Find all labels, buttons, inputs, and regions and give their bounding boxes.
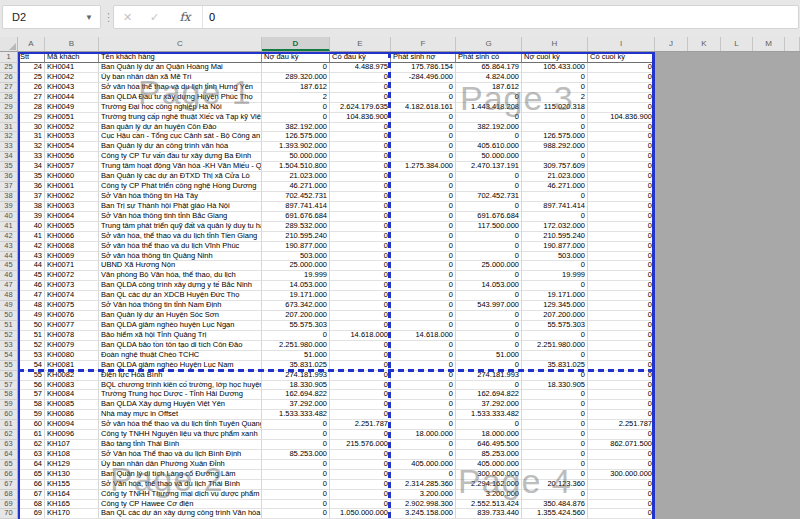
cell-value[interactable]: 0	[522, 390, 588, 400]
cell-value[interactable]: 0	[588, 430, 655, 440]
cell-value[interactable]: 0	[456, 202, 522, 212]
cell-name[interactable]: Ban Quản lý dự án công trình văn hóa	[99, 142, 262, 152]
cell-value[interactable]: 0	[391, 470, 456, 480]
cell-code[interactable]: KH0041	[45, 63, 99, 73]
cell-code[interactable]: KH0044	[45, 93, 99, 103]
row-header[interactable]: 67	[0, 480, 18, 490]
cell-name[interactable]: Ủy ban nhân dân Phường Xuân Đỉnh	[99, 460, 262, 470]
cell-value[interactable]: 503.000	[262, 252, 330, 262]
cell-code[interactable]: KH0057	[45, 162, 99, 172]
cell-value[interactable]: 25.000.000	[456, 261, 522, 271]
cell-value[interactable]: 0	[330, 232, 391, 242]
cell-value[interactable]: 405.610.000	[456, 142, 522, 152]
cell-value[interactable]: 0	[588, 123, 655, 133]
cell-value[interactable]: 0	[330, 202, 391, 212]
cell-code[interactable]: KH0072	[45, 271, 99, 281]
cell-stt[interactable]: 56	[18, 381, 45, 391]
cell-value[interactable]: 0	[330, 93, 391, 103]
cell-value[interactable]: 19.171.000	[262, 291, 330, 301]
row-header[interactable]: 55	[0, 361, 18, 371]
cell-value[interactable]: 1.050.000.000	[330, 509, 391, 519]
cell-name[interactable]: Trường trung cấp nghệ thuật Xiếc và Tạp …	[99, 113, 262, 123]
cell-value[interactable]: 0	[588, 291, 655, 301]
row-header[interactable]: 70	[0, 509, 18, 519]
cell-value[interactable]: 0	[391, 222, 456, 232]
cell-value[interactable]: 0	[391, 142, 456, 152]
cell-value[interactable]: 0	[330, 301, 391, 311]
cell-code[interactable]: KH170	[45, 509, 99, 519]
cell-value[interactable]: 0	[588, 63, 655, 73]
cell-value[interactable]: 0	[456, 252, 522, 262]
name-box[interactable]: D2 ▼	[2, 5, 101, 29]
cell-stt[interactable]: 37	[18, 192, 45, 202]
column-header-c[interactable]: C	[99, 37, 262, 51]
cell-value[interactable]: 0	[588, 192, 655, 202]
cell-stt[interactable]: 51	[18, 331, 45, 341]
cell-value[interactable]: 0	[522, 261, 588, 271]
cell-stt[interactable]: 60	[18, 420, 45, 430]
cell-name[interactable]: Ủy ban nhân dân xã Mễ Trì	[99, 73, 262, 83]
column-header-b[interactable]: B	[45, 37, 99, 51]
cell-code[interactable]: KH0061	[45, 182, 99, 192]
cell-value[interactable]: 3.200.000	[456, 490, 522, 500]
cell-value[interactable]: 0	[588, 460, 655, 470]
cell-name[interactable]: Sở Văn hóa, thể thao và du lịch Thái Bìn…	[99, 480, 262, 490]
column-header-e[interactable]: E	[330, 37, 391, 51]
cell-name[interactable]: Trung tâm phát triển quỹ đất và quản lý …	[99, 222, 262, 232]
cell-value[interactable]: 405.000.000	[456, 460, 522, 470]
cell-stt[interactable]: 26	[18, 83, 45, 93]
cell-value[interactable]: 215.576.000	[330, 440, 391, 450]
row-header[interactable]: 52	[0, 331, 18, 341]
cancel-icon[interactable]: ✕	[114, 11, 141, 24]
cell-name[interactable]: Ban Trị sự Thành hội Phật giáo Hà Nội	[99, 202, 262, 212]
cell-value[interactable]: 0	[330, 351, 391, 361]
cell-value[interactable]: 0	[330, 182, 391, 192]
cell-value[interactable]: 0	[262, 470, 330, 480]
cell-value[interactable]: 14.053.000	[262, 281, 330, 291]
cell-value[interactable]: 0	[588, 172, 655, 182]
cell-value[interactable]: 405.000.000	[391, 460, 456, 470]
cell-name[interactable]: Ban QL các dự án XDCB Huyện Đức Thọ	[99, 291, 262, 301]
cell-value[interactable]: 0	[456, 113, 522, 123]
column-header-g[interactable]: G	[456, 37, 522, 51]
cell-code[interactable]: KH0043	[45, 83, 99, 93]
row-header[interactable]: 68	[0, 490, 18, 500]
row-header[interactable]: 63	[0, 440, 18, 450]
print-area-border-right[interactable]	[652, 52, 655, 519]
cell-value[interactable]: 19.171.000	[522, 291, 588, 301]
cell-name[interactable]: Văn phòng Bộ Văn hóa, thể thao, du lịch	[99, 271, 262, 281]
row-header[interactable]: 35	[0, 162, 18, 172]
cell-value[interactable]: 274.181.993	[456, 371, 522, 381]
cell-value[interactable]: 0	[522, 83, 588, 93]
cell-value[interactable]: 0	[588, 232, 655, 242]
cell-value[interactable]: 0	[330, 172, 391, 182]
cell-name[interactable]: Sở văn hóa thể thao và du lịch tỉnh Tuyê…	[99, 420, 262, 430]
cell-value[interactable]: 0	[588, 331, 655, 341]
cell-value[interactable]: 0	[391, 261, 456, 271]
cell-code[interactable]: KH0086	[45, 410, 99, 420]
cell-value[interactable]: 691.676.684	[456, 212, 522, 222]
cell-value[interactable]: 0	[330, 450, 391, 460]
cell-value[interactable]: 104.836.900	[588, 113, 655, 123]
cell-value[interactable]: 0	[588, 103, 655, 113]
cell-value[interactable]: 1.504.510.800	[262, 162, 330, 172]
cell-stt[interactable]: 34	[18, 162, 45, 172]
cell-value[interactable]: 0	[522, 400, 588, 410]
cell-value[interactable]: 0	[391, 311, 456, 321]
row-header[interactable]: 1	[0, 52, 18, 63]
cell-value[interactable]: 503.000	[522, 252, 588, 262]
cell-name[interactable]: Trung tâm hoạt động Văn hóa -KH Văn Miếu…	[99, 162, 262, 172]
cell-value[interactable]: 0	[330, 390, 391, 400]
cell-value[interactable]: 0	[330, 73, 391, 83]
row-header[interactable]: 30	[0, 113, 18, 123]
cell-stt[interactable]: 28	[18, 103, 45, 113]
cell-code[interactable]: KH0054	[45, 142, 99, 152]
cell-value[interactable]: 2.624.179.635	[330, 103, 391, 113]
cell-value[interactable]: 0	[588, 371, 655, 381]
cell-value[interactable]: 0	[522, 351, 588, 361]
cell-code[interactable]: KH0042	[45, 73, 99, 83]
cell-value[interactable]: 839.733.440	[456, 509, 522, 519]
cell-value[interactable]: 0	[522, 281, 588, 291]
cell-value[interactable]: 0	[330, 222, 391, 232]
cell-value[interactable]: 0	[391, 271, 456, 281]
